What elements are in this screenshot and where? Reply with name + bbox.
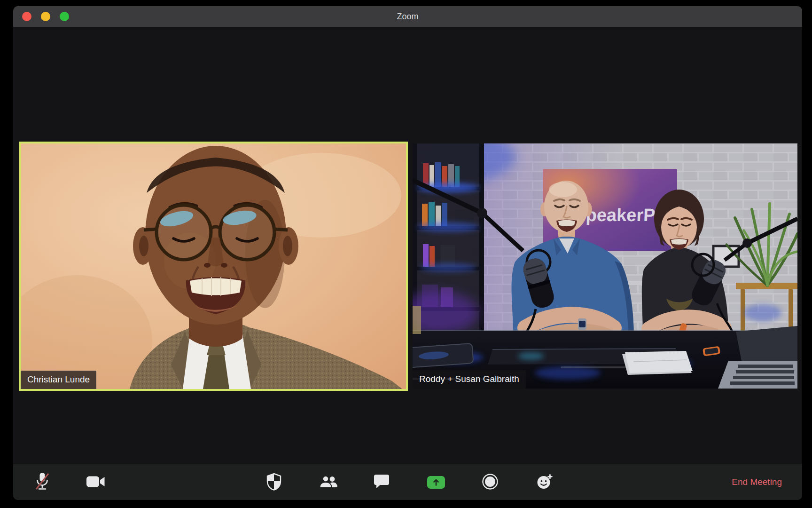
security-button[interactable] <box>262 470 286 494</box>
fullscreen-window-button[interactable] <box>60 12 69 21</box>
end-meeting-button[interactable]: End Meeting <box>729 476 785 488</box>
record-icon <box>482 473 499 492</box>
title-bar: Zoom <box>13 6 802 27</box>
participant-video-roddy-susan: peakerPro <box>413 143 797 389</box>
chat-icon <box>374 474 390 490</box>
video-tile-roddy-susan[interactable]: peakerPro <box>413 143 797 389</box>
zoom-window: Zoom <box>13 6 802 500</box>
share-screen-button[interactable] <box>424 470 448 494</box>
participants-button[interactable] <box>317 470 341 494</box>
window-title: Zoom <box>397 12 418 22</box>
participant-name-label: Roddy + Susan Galbraith <box>413 370 526 389</box>
video-tile-christian-lunde[interactable]: Christian Lunde <box>19 142 408 391</box>
security-shield-icon <box>266 473 282 492</box>
participant-video-christian <box>21 143 406 389</box>
record-button[interactable] <box>478 470 502 494</box>
reactions-icon <box>536 474 554 491</box>
video-camera-icon <box>86 476 105 489</box>
chat-button[interactable] <box>369 470 394 494</box>
microphone-muted-icon <box>34 471 51 493</box>
participant-name-label: Christian Lunde <box>21 371 96 389</box>
meeting-toolbar: End Meeting <box>13 464 802 500</box>
share-screen-icon <box>427 476 445 489</box>
close-window-button[interactable] <box>22 12 31 21</box>
participants-icon <box>319 475 339 490</box>
reactions-button[interactable] <box>532 470 557 494</box>
desktop: { "window": { "title": "Zoom" }, "titleb… <box>0 0 812 508</box>
video-grid: Christian Lunde <box>13 27 802 464</box>
minimize-window-button[interactable] <box>41 12 50 21</box>
traffic-lights <box>22 12 69 21</box>
video-button[interactable] <box>84 470 108 494</box>
mute-button[interactable] <box>30 470 55 494</box>
